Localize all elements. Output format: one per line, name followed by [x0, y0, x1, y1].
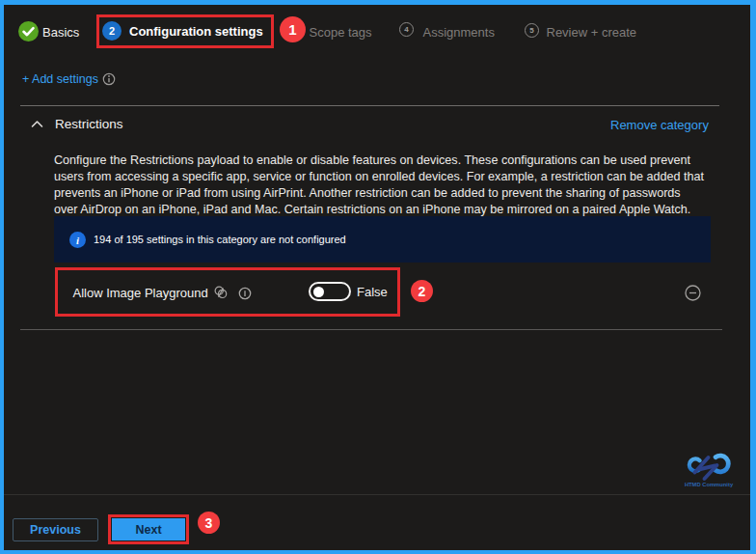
svg-text:HTMD Community: HTMD Community — [685, 482, 734, 487]
